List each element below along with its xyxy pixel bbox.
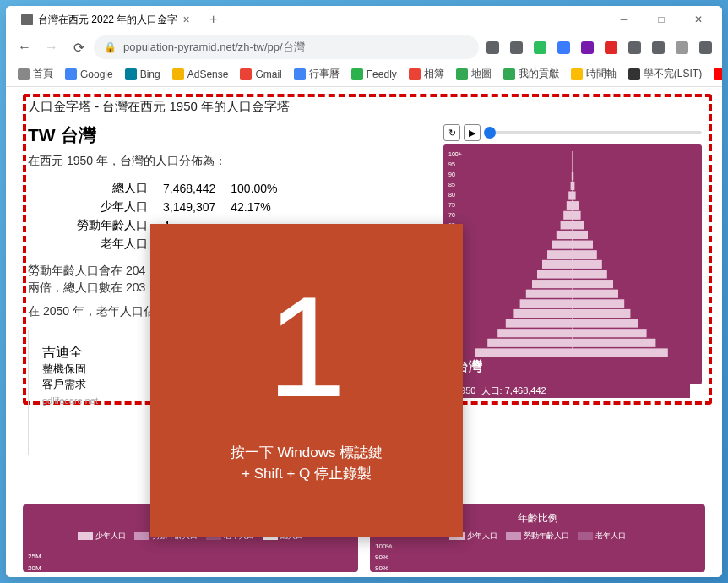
bookmark-icon: [65, 68, 77, 80]
svg-rect-27: [561, 221, 573, 229]
svg-rect-4: [573, 339, 655, 347]
puzzle-icon[interactable]: [624, 37, 644, 57]
slider-thumb[interactable]: [484, 127, 496, 139]
svg-rect-18: [573, 270, 607, 278]
svg-rect-5: [497, 329, 573, 337]
maximize-button[interactable]: □: [644, 8, 678, 31]
new-tab-button[interactable]: +: [204, 9, 224, 30]
bookmark-icon: [503, 68, 515, 80]
svg-rect-35: [571, 182, 573, 190]
pyramid-controls: ↻ ▶: [443, 124, 702, 141]
svg-rect-34: [573, 191, 576, 199]
bookmark-icon: [409, 68, 421, 80]
svg-rect-2: [573, 348, 668, 357]
more-icon[interactable]: [648, 37, 668, 57]
svg-rect-12: [573, 299, 624, 308]
back-button[interactable]: ←: [13, 35, 36, 59]
bookmark-item[interactable]: AdSense: [167, 66, 234, 83]
star-icon[interactable]: [506, 37, 526, 57]
legend-item: 老年人口: [578, 531, 626, 542]
forward-button[interactable]: →: [40, 35, 63, 59]
bookmark-item[interactable]: 時間軸: [566, 64, 622, 84]
browser-tab[interactable]: 台灣在西元 2022 年的人口金字 ×: [13, 9, 198, 30]
bookmark-icon: [456, 68, 468, 80]
toolbar-extensions: [482, 37, 715, 57]
overlay-hint: 按一下 Windows 標誌鍵+ Shift + Q 停止錄製: [231, 442, 383, 485]
close-window-button[interactable]: ✕: [682, 8, 715, 31]
bookmark-icon: [240, 68, 252, 80]
svg-rect-7: [506, 319, 573, 328]
svg-rect-15: [532, 280, 573, 288]
bookmark-icon: [294, 68, 306, 80]
reset-button[interactable]: ↻: [443, 124, 460, 141]
bookmark-item[interactable]: 學不完(LSIT): [623, 64, 707, 84]
svg-rect-33: [568, 191, 573, 199]
bookmark-icon: [714, 68, 722, 80]
bookmark-item[interactable]: 首頁: [13, 64, 58, 84]
bookmark-icon: [571, 68, 583, 80]
svg-rect-6: [573, 329, 647, 337]
svg-rect-19: [542, 260, 573, 269]
bookmark-item[interactable]: Google: [60, 66, 118, 83]
pyramid-bars: [465, 151, 680, 357]
axis-tick: 100+: [448, 151, 462, 157]
pyramid-widget: ↻ ▶ 100+95908580757065605550454035302520…: [443, 124, 702, 384]
share-icon[interactable]: [482, 37, 503, 57]
axis-tick: 80: [448, 192, 455, 198]
bookmark-item[interactable]: 行事曆: [289, 64, 345, 84]
play-button[interactable]: ▶: [464, 124, 481, 141]
browser-window: 台灣在西元 2022 年的人口金字 × + ─ □ ✕ ← → ⟳ 🔒 popu…: [6, 6, 722, 577]
favicon-icon: [21, 14, 33, 25]
evernote-icon[interactable]: [530, 37, 550, 57]
svg-rect-11: [520, 299, 573, 308]
svg-rect-38: [573, 172, 573, 180]
reload-button[interactable]: ⟳: [67, 35, 90, 59]
legend-item: 勞動年齡人口: [506, 531, 569, 542]
avatar-icon[interactable]: [671, 37, 692, 57]
ext1-icon[interactable]: [553, 37, 573, 57]
bookmark-icon: [628, 68, 640, 80]
tab-title: 台灣在西元 2022 年的人口金字: [38, 13, 177, 27]
svg-rect-28: [573, 221, 584, 229]
axis-tick: 70: [448, 212, 455, 218]
svg-rect-32: [573, 201, 579, 210]
bookmark-item[interactable]: Feedly: [346, 66, 402, 83]
svg-rect-14: [573, 290, 618, 298]
svg-rect-26: [573, 231, 588, 239]
bookmark-item[interactable]: Gmail: [235, 66, 286, 83]
svg-rect-13: [526, 290, 573, 298]
bookmark-item[interactable]: YouTube: [709, 66, 722, 83]
bookmark-item[interactable]: 相簿: [404, 64, 449, 84]
axis-tick: 85: [448, 182, 455, 188]
svg-rect-25: [557, 231, 573, 239]
axis-tick: 75: [448, 202, 455, 208]
minimize-button[interactable]: ─: [607, 8, 641, 31]
bookmark-icon: [125, 68, 137, 80]
bookmark-item[interactable]: 地圖: [451, 64, 497, 84]
svg-rect-8: [573, 319, 638, 328]
bookmark-item[interactable]: Bing: [120, 66, 166, 83]
axis-tick: 95: [448, 161, 455, 167]
flipboard-icon[interactable]: [600, 37, 621, 57]
page-content: 人口金字塔 - 台灣在西元 1950 年的人口金字塔 TW 台灣 在西元 195…: [6, 87, 722, 577]
bookmark-icon: [351, 68, 363, 80]
svg-rect-1: [475, 348, 573, 357]
pyramid-subtitle: 1950 人口: 7,468,442: [455, 384, 690, 398]
close-tab-icon[interactable]: ×: [182, 13, 189, 26]
svg-rect-22: [573, 250, 597, 259]
year-slider[interactable]: [484, 131, 702, 134]
svg-rect-20: [573, 260, 602, 269]
axis-tick: 90: [448, 172, 455, 177]
onenote-icon[interactable]: [577, 37, 597, 57]
pyramid-chart: 100+959085807570656055504540353025201510…: [443, 144, 702, 384]
url-text: population-pyramid.net/zh-tw/pp/台灣: [123, 40, 305, 55]
bookmark-icon: [18, 68, 30, 80]
svg-rect-24: [573, 241, 593, 249]
address-bar[interactable]: 🔒 population-pyramid.net/zh-tw/pp/台灣: [94, 35, 479, 59]
menu-icon[interactable]: [695, 37, 715, 57]
svg-rect-16: [573, 280, 613, 288]
svg-rect-36: [573, 182, 574, 190]
bookmarks-bar: 首頁GoogleBingAdSenseGmail行事曆Feedly相簿地圖我的貢…: [6, 62, 722, 87]
bookmark-item[interactable]: 我的貢獻: [498, 64, 564, 84]
bookmark-icon: [172, 68, 184, 80]
